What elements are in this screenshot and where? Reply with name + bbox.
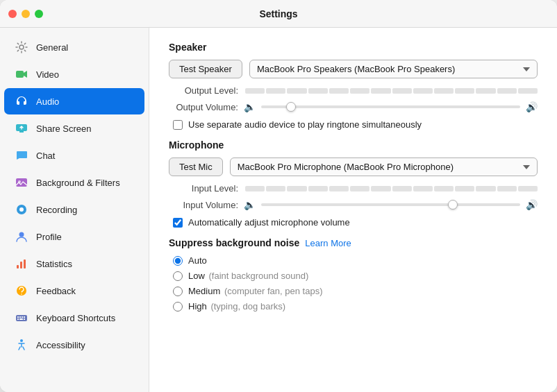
sidebar-item-keyboard[interactable]: Keyboard Shortcuts: [4, 305, 144, 331]
sidebar-item-general[interactable]: General: [4, 34, 144, 60]
mic-volume-high-icon: 🔊: [526, 199, 538, 210]
auto-adjust-label[interactable]: Automatically adjust microphone volume: [188, 217, 350, 228]
svg-point-0: [19, 45, 24, 49]
input-seg-9: [413, 186, 433, 191]
test-mic-button[interactable]: Test Mic: [169, 157, 223, 176]
sidebar-item-accessibility[interactable]: Accessibility: [4, 332, 144, 358]
volume-low-icon: 🔈: [244, 101, 256, 112]
input-volume-row: Input Volume: 🔈 🔊: [169, 199, 538, 210]
headphone-icon: [14, 94, 29, 109]
output-volume-label: Output Volume:: [169, 102, 238, 112]
svg-rect-10: [20, 262, 22, 269]
noise-auto-label[interactable]: Auto: [188, 255, 207, 266]
test-speaker-button[interactable]: Test Speaker: [169, 60, 242, 78]
noise-option-medium: Medium (computer fan, pen taps): [173, 286, 538, 296]
level-seg-3: [287, 88, 306, 94]
close-button[interactable]: [8, 10, 17, 18]
level-seg-9: [413, 88, 433, 94]
svg-rect-16: [19, 316, 21, 318]
svg-point-22: [20, 339, 23, 342]
input-level-bar: [245, 186, 538, 191]
noise-option-low: Low (faint background sound): [173, 271, 538, 281]
sidebar-item-video[interactable]: Video: [4, 61, 144, 87]
noise-option-high: High (typing, dog barks): [173, 301, 538, 312]
input-level-row: Input Level:: [169, 183, 538, 194]
sidebar-item-share-screen[interactable]: Share Screen: [4, 115, 144, 142]
microphone-section-title: Microphone: [169, 139, 538, 151]
sidebar-label-background: Background & Filters: [36, 178, 120, 188]
noise-auto-radio[interactable]: [173, 256, 183, 266]
input-seg-6: [350, 186, 369, 191]
output-level-label: Output Level:: [169, 85, 238, 96]
input-seg-7: [371, 186, 390, 191]
noise-medium-label[interactable]: Medium (computer fan, pen taps): [188, 286, 323, 296]
sidebar-label-accessibility: Accessibility: [36, 340, 85, 350]
noise-low-label[interactable]: Low (faint background sound): [188, 271, 308, 281]
input-seg-12: [476, 186, 495, 191]
svg-rect-11: [24, 259, 26, 269]
svg-rect-9: [17, 265, 19, 269]
sidebar-item-statistics[interactable]: Statistics: [4, 250, 144, 277]
mic-device-select[interactable]: MacBook Pro Microphone (MacBook Pro Micr…: [230, 157, 538, 176]
noise-medium-radio[interactable]: [173, 287, 183, 296]
minimize-button[interactable]: [22, 10, 30, 18]
ringtone-label[interactable]: Use separate audio device to play ringto…: [188, 119, 422, 130]
noise-high-label[interactable]: High (typing, dog barks): [188, 301, 285, 312]
video-icon: [14, 67, 29, 82]
sidebar-item-profile[interactable]: Profile: [4, 223, 144, 250]
svg-point-13: [21, 293, 22, 295]
sidebar-label-video: Video: [36, 69, 59, 80]
sidebar: General Video Audio: [0, 28, 149, 392]
learn-more-link[interactable]: Learn More: [305, 238, 351, 248]
svg-rect-4: [16, 178, 27, 187]
gear-icon: [14, 40, 29, 55]
input-volume-slider[interactable]: [261, 203, 520, 206]
svg-rect-3: [19, 131, 24, 133]
mic-volume-low-icon: 🔈: [244, 199, 256, 210]
sidebar-item-recording[interactable]: Recording: [4, 196, 144, 223]
svg-rect-21: [24, 318, 25, 320]
level-seg-1: [245, 88, 265, 94]
accessibility-icon: [14, 337, 29, 352]
main-content: Speaker Test Speaker MacBook Pro Speaker…: [149, 28, 557, 392]
sidebar-label-general: General: [36, 42, 68, 53]
keyboard-icon: [14, 310, 29, 325]
maximize-button[interactable]: [35, 10, 43, 18]
sidebar-label-audio: Audio: [36, 96, 59, 107]
sidebar-item-background[interactable]: Background & Filters: [4, 169, 144, 196]
level-seg-4: [308, 88, 328, 94]
svg-rect-19: [17, 318, 19, 320]
svg-point-8: [19, 232, 24, 237]
share-screen-icon: [14, 121, 29, 136]
level-seg-5: [329, 88, 349, 94]
window-title: Settings: [259, 8, 297, 19]
output-level-bar: [245, 88, 538, 94]
level-seg-8: [392, 88, 412, 94]
sidebar-label-share-screen: Share Screen: [36, 123, 92, 134]
sidebar-label-statistics: Statistics: [36, 259, 72, 269]
noise-high-radio[interactable]: [173, 302, 183, 312]
ringtone-checkbox-row: Use separate audio device to play ringto…: [169, 119, 538, 130]
content-area: General Video Audio: [0, 28, 557, 392]
noise-low-radio[interactable]: [173, 271, 183, 281]
sidebar-item-chat[interactable]: Chat: [4, 142, 144, 169]
speaker-device-select[interactable]: MacBook Pro Speakers (MacBook Pro Speake…: [249, 60, 538, 78]
auto-adjust-checkbox[interactable]: [173, 218, 183, 228]
input-seg-14: [518, 186, 538, 191]
output-volume-row: Output Volume: 🔈 🔊: [169, 101, 538, 112]
svg-rect-1: [16, 71, 24, 78]
input-seg-1: [245, 186, 265, 191]
input-seg-5: [329, 186, 349, 191]
suppress-row: Suppress background noise Learn More: [169, 237, 538, 248]
svg-rect-18: [24, 316, 25, 318]
ringtone-checkbox[interactable]: [173, 120, 183, 130]
sidebar-label-chat: Chat: [36, 151, 55, 161]
level-seg-13: [497, 88, 517, 94]
feedback-icon: [14, 283, 29, 298]
sidebar-item-audio[interactable]: Audio: [4, 88, 144, 114]
speaker-device-row: Test Speaker MacBook Pro Speakers (MacBo…: [169, 60, 538, 78]
svg-rect-14: [16, 315, 27, 321]
sidebar-item-feedback[interactable]: Feedback: [4, 278, 144, 304]
input-seg-2: [266, 186, 285, 191]
output-volume-slider[interactable]: [261, 105, 520, 108]
